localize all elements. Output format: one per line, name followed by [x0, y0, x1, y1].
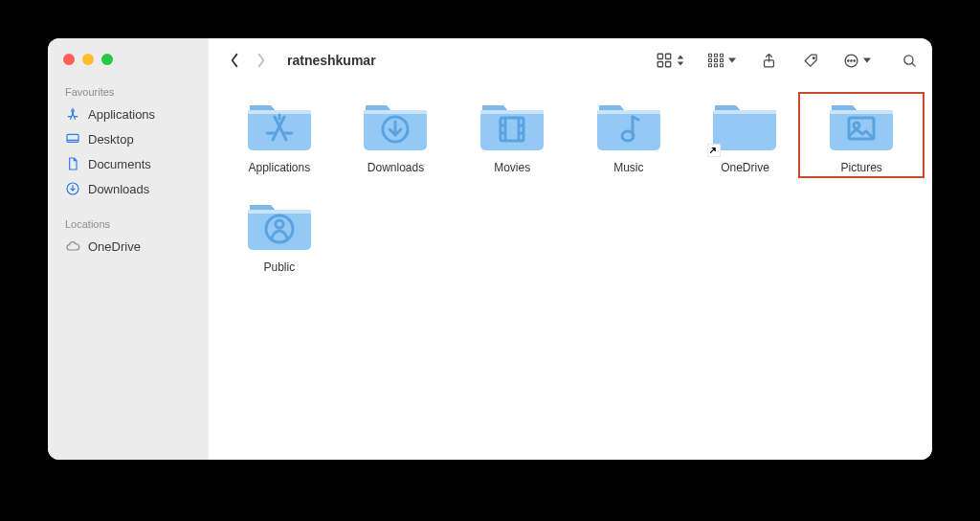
sidebar-item-label: Documents: [88, 157, 151, 171]
sidebar-item-label: OneDrive: [88, 239, 141, 254]
svg-rect-48: [830, 110, 893, 150]
download-icon: [65, 181, 80, 196]
app-store-icon: [65, 106, 80, 122]
sidebar: Favourites Applications Desktop: [48, 38, 209, 460]
svg-marker-7: [678, 55, 683, 58]
svg-rect-34: [480, 110, 544, 114]
svg-rect-29: [248, 110, 311, 114]
sidebar-item-desktop[interactable]: Desktop: [48, 126, 209, 151]
cloud-icon: [65, 238, 80, 254]
actions-button[interactable]: [843, 50, 871, 71]
svg-marker-25: [863, 58, 871, 63]
folder-applications[interactable]: Applications: [226, 96, 333, 174]
sidebar-item-documents[interactable]: Documents: [48, 151, 209, 176]
svg-rect-14: [715, 64, 718, 67]
svg-rect-4: [666, 54, 671, 58]
folder-icon: [244, 197, 315, 253]
toolbar-right: [656, 50, 919, 71]
tags-button[interactable]: [801, 50, 820, 71]
folder-icon: [360, 98, 431, 153]
svg-rect-10: [709, 59, 712, 62]
svg-rect-53: [248, 210, 311, 214]
svg-rect-12: [715, 54, 718, 57]
search-button[interactable]: [900, 50, 919, 71]
svg-rect-31: [364, 110, 427, 114]
back-button[interactable]: [228, 52, 241, 69]
sidebar-item-label: Downloads: [88, 182, 149, 196]
folder-movies[interactable]: Movies: [458, 96, 566, 174]
forward-button[interactable]: [255, 52, 268, 69]
share-button[interactable]: [759, 50, 778, 71]
folder-icon: [826, 98, 897, 153]
document-icon: [65, 156, 80, 171]
folder-label: Music: [613, 161, 643, 174]
desktop-icon: [65, 131, 80, 147]
view-mode-button[interactable]: [656, 50, 684, 71]
svg-rect-0: [67, 134, 78, 142]
folder-label: Movies: [494, 161, 530, 174]
svg-rect-13: [715, 59, 718, 62]
svg-rect-33: [480, 110, 544, 150]
svg-rect-3: [657, 54, 662, 58]
svg-rect-5: [657, 62, 662, 67]
folder-music[interactable]: Music: [575, 96, 682, 174]
main-panel: ratneshkumar: [209, 38, 932, 460]
svg-point-24: [854, 59, 855, 60]
sidebar-item-downloads[interactable]: Downloads: [48, 176, 209, 201]
folder-downloads[interactable]: Downloads: [343, 96, 450, 174]
icon-grid-area[interactable]: Applications Downloads Movies Music OneD…: [209, 82, 932, 460]
svg-marker-18: [728, 58, 736, 63]
window-controls: [48, 48, 209, 82]
svg-point-22: [848, 59, 849, 60]
sidebar-item-onedrive[interactable]: OneDrive: [48, 234, 209, 259]
group-by-button[interactable]: [707, 50, 736, 71]
minimize-window-button[interactable]: [82, 54, 94, 65]
svg-rect-11: [709, 64, 712, 67]
svg-rect-15: [721, 54, 724, 57]
sidebar-section-favourites-label: Favourites: [48, 82, 209, 102]
maximize-window-button[interactable]: [101, 54, 113, 65]
folder-label: Public: [263, 260, 295, 274]
folder-icon: [244, 98, 315, 153]
finder-window: Favourites Applications Desktop: [48, 38, 932, 460]
svg-rect-46: [713, 110, 776, 114]
folder-icon: [709, 98, 780, 153]
svg-line-27: [911, 62, 914, 65]
svg-point-20: [813, 57, 814, 58]
svg-point-23: [851, 59, 852, 60]
folder-label: OneDrive: [721, 161, 769, 174]
svg-marker-8: [678, 62, 683, 66]
nav-arrows: [222, 52, 278, 69]
sidebar-item-label: Applications: [88, 107, 155, 122]
folder-label: Applications: [248, 161, 310, 174]
window-title: ratneshkumar: [283, 53, 376, 68]
folder-public[interactable]: Public: [226, 195, 333, 274]
svg-rect-17: [721, 64, 724, 67]
close-window-button[interactable]: [63, 54, 75, 65]
svg-rect-45: [713, 110, 776, 150]
svg-rect-49: [830, 110, 893, 114]
folder-icon: [477, 98, 547, 153]
svg-rect-16: [721, 59, 724, 62]
sidebar-section-locations-label: Locations: [48, 215, 209, 234]
svg-rect-6: [666, 62, 671, 67]
sidebar-item-label: Desktop: [88, 132, 134, 147]
toolbar: ratneshkumar: [209, 38, 932, 82]
svg-rect-47: [707, 144, 721, 157]
svg-rect-9: [709, 54, 712, 57]
folder-label: Downloads: [368, 161, 424, 174]
folder-onedrive[interactable]: OneDrive: [692, 96, 799, 174]
folder-icon: [593, 98, 664, 153]
folder-pictures[interactable]: Pictures: [808, 96, 915, 174]
sidebar-item-applications[interactable]: Applications: [48, 102, 209, 126]
svg-rect-43: [597, 110, 660, 114]
folder-label: Pictures: [840, 161, 881, 174]
